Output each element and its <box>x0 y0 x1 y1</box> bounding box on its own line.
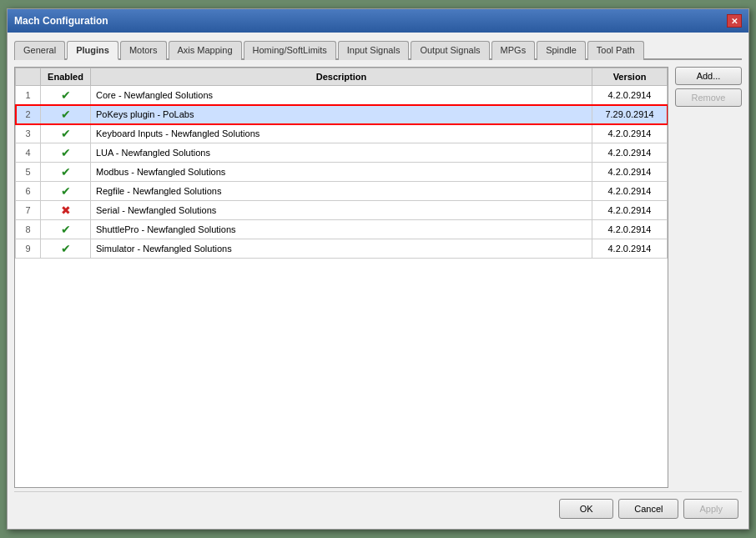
row-description: ShuttlePro - Newfangled Solutions <box>91 220 592 239</box>
table-row[interactable]: 9✔Simulator - Newfangled Solutions4.2.0.… <box>16 239 668 259</box>
row-description: LUA - Newfangled Solutions <box>91 143 592 163</box>
remove-button[interactable]: Remove <box>675 88 742 107</box>
ok-button[interactable]: OK <box>559 499 613 519</box>
bottom-bar: OK Cancel Apply <box>14 491 742 522</box>
row-description: Serial - Newfangled Solutions <box>91 201 592 220</box>
row-description: Regfile - Newfangled Solutions <box>91 182 592 201</box>
title-bar: Mach Configuration ✕ <box>8 9 748 33</box>
col-enabled: Enabled <box>41 68 91 86</box>
check-icon: ✔ <box>61 108 71 121</box>
row-num: 5 <box>16 163 41 182</box>
row-enabled[interactable]: ✔ <box>41 239 91 259</box>
row-version: 4.2.0.2914 <box>592 143 668 163</box>
tab-tool-path[interactable]: Tool Path <box>587 41 644 60</box>
col-num <box>16 68 41 86</box>
row-version: 4.2.0.2914 <box>592 86 668 105</box>
side-buttons: Add... Remove <box>675 67 742 488</box>
main-window: Mach Configuration ✕ GeneralPluginsMotor… <box>7 8 749 530</box>
table-row[interactable]: 1✔Core - Newfangled Solutions4.2.0.2914 <box>16 86 668 105</box>
row-num: 9 <box>16 239 41 259</box>
row-version: 7.29.0.2914 <box>592 105 668 124</box>
x-icon: ✖ <box>61 204 71 217</box>
table-row[interactable]: 2✔PoKeys plugin - PoLabs7.29.0.2914 <box>16 105 668 124</box>
check-icon: ✔ <box>61 88 71 102</box>
table-row[interactable]: 3✔Keyboard Inputs - Newfangled Solutions… <box>16 124 668 143</box>
tab-general[interactable]: General <box>14 41 65 60</box>
row-version: 4.2.0.2914 <box>592 220 668 239</box>
add-button[interactable]: Add... <box>675 67 742 85</box>
check-icon: ✔ <box>61 165 71 178</box>
apply-button[interactable]: Apply <box>683 499 738 519</box>
row-enabled[interactable]: ✔ <box>41 220 91 239</box>
table-area: Enabled Description Version 1✔Core - New… <box>14 67 668 488</box>
check-icon: ✔ <box>61 184 71 198</box>
tab-output-signals[interactable]: Output Signals <box>411 41 489 60</box>
tab-axis-mapping[interactable]: Axis Mapping <box>169 41 242 60</box>
row-enabled[interactable]: ✔ <box>41 124 91 143</box>
table-row[interactable]: 8✔ShuttlePro - Newfangled Solutions4.2.0… <box>16 220 668 239</box>
content-area: GeneralPluginsMotorsAxis MappingHoming/S… <box>8 33 748 529</box>
row-version: 4.2.0.2914 <box>592 239 668 259</box>
tabs-bar: GeneralPluginsMotorsAxis MappingHoming/S… <box>14 39 742 60</box>
window-title: Mach Configuration <box>14 15 108 27</box>
row-description: Simulator - Newfangled Solutions <box>91 239 592 259</box>
row-version: 4.2.0.2914 <box>592 182 668 201</box>
cancel-button[interactable]: Cancel <box>618 499 678 519</box>
title-bar-controls: ✕ <box>727 14 742 28</box>
tab-motors[interactable]: Motors <box>120 41 167 60</box>
row-enabled[interactable]: ✔ <box>41 163 91 182</box>
check-icon: ✔ <box>61 223 71 236</box>
table-row[interactable]: 5✔Modbus - Newfangled Solutions4.2.0.291… <box>16 163 668 182</box>
row-enabled[interactable]: ✔ <box>41 105 91 124</box>
check-icon: ✔ <box>61 127 71 140</box>
row-enabled[interactable]: ✖ <box>41 201 91 220</box>
table-row[interactable]: 7✖Serial - Newfangled Solutions4.2.0.291… <box>16 201 668 220</box>
row-version: 4.2.0.2914 <box>592 163 668 182</box>
row-description: Modbus - Newfangled Solutions <box>91 163 592 182</box>
row-description: Keyboard Inputs - Newfangled Solutions <box>91 124 592 143</box>
close-button[interactable]: ✕ <box>727 14 742 28</box>
row-num: 4 <box>16 143 41 163</box>
table-row[interactable]: 6✔Regfile - Newfangled Solutions4.2.0.29… <box>16 182 668 201</box>
row-description: PoKeys plugin - PoLabs <box>91 105 592 124</box>
row-num: 1 <box>16 86 41 105</box>
tab-spindle[interactable]: Spindle <box>537 41 586 60</box>
row-num: 7 <box>16 201 41 220</box>
row-num: 2 <box>16 105 41 124</box>
row-description: Core - Newfangled Solutions <box>91 86 592 105</box>
row-version: 4.2.0.2914 <box>592 201 668 220</box>
row-num: 8 <box>16 220 41 239</box>
row-num: 6 <box>16 182 41 201</box>
row-enabled[interactable]: ✔ <box>41 143 91 163</box>
row-version: 4.2.0.2914 <box>592 124 668 143</box>
row-enabled[interactable]: ✔ <box>41 86 91 105</box>
tab-plugins[interactable]: Plugins <box>67 41 118 60</box>
check-icon: ✔ <box>61 146 71 159</box>
row-num: 3 <box>16 124 41 143</box>
row-enabled[interactable]: ✔ <box>41 182 91 201</box>
main-panel: Enabled Description Version 1✔Core - New… <box>14 67 742 488</box>
col-version: Version <box>592 68 668 86</box>
plugins-table: Enabled Description Version 1✔Core - New… <box>15 68 668 259</box>
tab-homing-softlimits[interactable]: Homing/SoftLimits <box>244 41 336 60</box>
tab-input-signals[interactable]: Input Signals <box>338 41 410 60</box>
check-icon: ✔ <box>61 242 71 255</box>
col-description: Description <box>91 68 592 86</box>
tab-mpgs[interactable]: MPGs <box>491 41 536 60</box>
table-row[interactable]: 4✔LUA - Newfangled Solutions4.2.0.2914 <box>16 143 668 163</box>
